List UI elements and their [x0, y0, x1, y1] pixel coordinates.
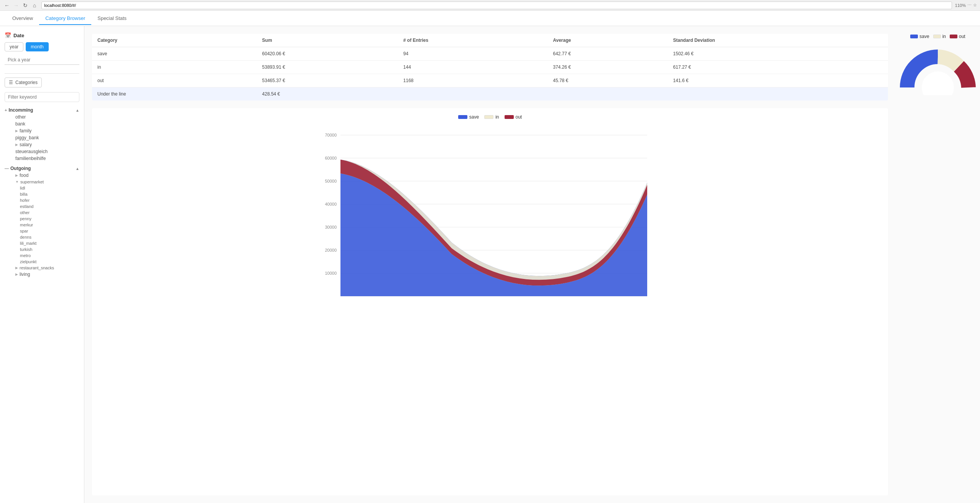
table-row: save 60420.06 € 94 642.77 € 1502.46 €	[92, 47, 888, 61]
sidebar-item-piggy-bank[interactable]: piggy_bank	[9, 134, 79, 141]
date-section-title: 📅 Date	[5, 32, 79, 38]
sidebar-item-denns[interactable]: denns	[9, 234, 79, 240]
svg-text:60000: 60000	[325, 156, 337, 160]
col-header-std-dev: Standard Deviation	[668, 34, 888, 47]
home-button[interactable]: ⌂	[31, 2, 38, 9]
sidebar-item-family[interactable]: ▶ family	[9, 127, 79, 134]
browser-menu[interactable]: ⋯	[967, 3, 972, 8]
table-row: in 53893.91 € 144 374.26 € 617.27 €	[92, 61, 888, 74]
cell-category-in: in	[92, 61, 257, 74]
cell-avg-underline	[548, 87, 668, 101]
donut-dot-save	[910, 35, 918, 38]
back-button[interactable]: ←	[3, 2, 11, 9]
sidebar-item-lili-markt[interactable]: lili_markt	[9, 240, 79, 246]
bookmark-icon[interactable]: ☆	[973, 3, 977, 8]
main-layout: 📅 Date year month ☰ Categories + Incommi…	[0, 26, 980, 503]
legend-label-in: in	[495, 114, 499, 120]
tab-special-stats[interactable]: Special Stats	[91, 12, 133, 25]
sidebar-item-other-incoming[interactable]: other	[9, 114, 79, 120]
svg-text:70000: 70000	[325, 133, 337, 137]
sidebar-item-familienbeihilfe[interactable]: familienbeihilfe	[9, 155, 79, 162]
outgoing-group: — Outgoing ▲ ▶ food ▼ supermarket lidl b…	[5, 165, 79, 278]
legend-dot-in	[484, 115, 493, 119]
sidebar-item-salary[interactable]: ▶ salary	[9, 141, 79, 148]
sidebar-item-spar[interactable]: spar	[9, 228, 79, 234]
chart-legend: save in out	[98, 114, 882, 120]
donut-label-out: out	[959, 34, 965, 39]
donut-label-save: save	[919, 34, 929, 39]
calendar-icon: 📅	[5, 32, 11, 38]
cell-std-save: 1502.46 €	[668, 47, 888, 61]
incomming-items: other bank ▶ family piggy_bank ▶ salary	[5, 114, 79, 162]
legend-item-in: in	[484, 114, 499, 120]
right-panel: save in out	[896, 26, 980, 503]
sidebar-item-billa[interactable]: billa	[9, 191, 79, 197]
sidebar-item-merkur[interactable]: merkur	[9, 222, 79, 228]
incomming-header[interactable]: + Incomming ▲	[5, 107, 79, 114]
donut-legend: save in out	[910, 34, 965, 39]
forward-button[interactable]: →	[12, 2, 20, 9]
area-chart-svg: 70000 60000 50000 40000 30000 20000 1000…	[98, 124, 882, 308]
svg-text:40000: 40000	[325, 202, 337, 206]
svg-text:50000: 50000	[325, 179, 337, 183]
family-arrow: ▶	[15, 129, 18, 133]
living-arrow: ▶	[15, 272, 18, 276]
area-chart-wrapper: save in out	[92, 108, 888, 495]
svg-text:10000: 10000	[325, 271, 337, 275]
cell-sum-out: 53465.37 €	[257, 74, 398, 87]
donut-legend-out: out	[950, 34, 965, 39]
table-row: out 53465.37 € 1168 45.78 € 141.6 €	[92, 74, 888, 87]
categories-icon: ☰	[9, 80, 13, 85]
food-arrow: ▶	[15, 173, 18, 177]
sidebar-item-other-supermarket[interactable]: other	[9, 209, 79, 216]
cell-entries-save: 94	[398, 47, 548, 61]
sidebar-item-hofer[interactable]: hofer	[9, 197, 79, 203]
filter-input[interactable]	[5, 92, 79, 102]
sidebar-item-food[interactable]: ▶ food	[9, 172, 79, 179]
sidebar-item-bank[interactable]: bank	[9, 120, 79, 127]
sidebar-item-supermarket[interactable]: ▼ supermarket	[9, 179, 79, 185]
svg-text:20000: 20000	[325, 248, 337, 252]
content-area: Category Sum # of Entries Average Standa…	[84, 26, 896, 503]
legend-item-save: save	[458, 114, 479, 120]
cell-sum-save: 60420.06 €	[257, 47, 398, 61]
cell-avg-out: 45.78 €	[548, 74, 668, 87]
categories-button[interactable]: ☰ Categories	[5, 78, 42, 87]
incomming-expand-icon: +	[5, 108, 7, 112]
cell-entries-in: 144	[398, 61, 548, 74]
donut-label-in: in	[942, 34, 946, 39]
sidebar-item-restaurant-snacks[interactable]: ▶ restaurant_snacks	[9, 265, 79, 271]
donut-legend-in: in	[933, 34, 946, 39]
outgoing-collapse-icon: ▲	[76, 167, 79, 171]
sidebar-item-turkish[interactable]: turkish	[9, 246, 79, 252]
outgoing-header[interactable]: — Outgoing ▲	[5, 165, 79, 172]
donut-dot-out	[950, 35, 957, 38]
cell-entries-underline	[398, 87, 548, 101]
tab-category-browser[interactable]: Category Browser	[39, 12, 91, 25]
legend-dot-out	[505, 115, 514, 119]
sidebar-item-living[interactable]: ▶ living	[9, 271, 79, 278]
address-bar[interactable]	[41, 2, 952, 9]
salary-arrow: ▶	[15, 143, 18, 147]
cell-entries-out: 1168	[398, 74, 548, 87]
sidebar-item-penny[interactable]: penny	[9, 216, 79, 222]
sidebar-item-lidl[interactable]: lidl	[9, 185, 79, 191]
sidebar-item-estland[interactable]: estland	[9, 203, 79, 209]
year-input[interactable]	[5, 55, 79, 65]
incomming-collapse-icon: ▲	[76, 108, 79, 112]
col-header-category: Category	[92, 34, 257, 47]
app-tabs: Overview Category Browser Special Stats	[0, 11, 980, 26]
month-button[interactable]: month	[26, 42, 48, 51]
tab-overview[interactable]: Overview	[6, 12, 39, 25]
sidebar-item-metro[interactable]: metro	[9, 252, 79, 259]
cell-category-out: out	[92, 74, 257, 87]
svg-text:30000: 30000	[325, 225, 337, 229]
cell-std-out: 141.6 €	[668, 74, 888, 87]
sidebar-item-steuerausgleich[interactable]: steuerausgleich	[9, 148, 79, 155]
col-header-sum: Sum	[257, 34, 398, 47]
cell-std-in: 617.27 €	[668, 61, 888, 74]
legend-label-save: save	[469, 114, 479, 120]
year-button[interactable]: year	[5, 42, 23, 51]
reload-button[interactable]: ↻	[21, 2, 29, 9]
sidebar-item-zielpunkt[interactable]: zielpunkt	[9, 259, 79, 265]
